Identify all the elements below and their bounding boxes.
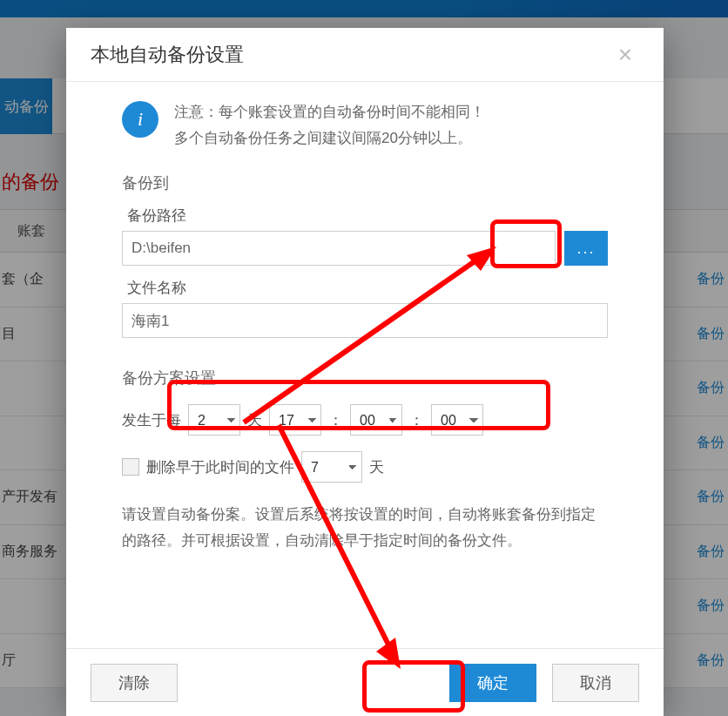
label-backup-path: 备份路径 [127,206,608,226]
schedule-second-select[interactable]: 00 [431,404,483,436]
delete-days-select[interactable]: 7 [301,451,362,483]
schedule-sep1: ： [328,410,343,430]
schedule-days-select[interactable]: 2 [188,404,240,436]
modal-body: i 注意：每个账套设置的自动备份时间不能相同！ 多个自动备份任务之间建议间隔20… [66,82,664,563]
ok-button[interactable]: 确定 [449,664,536,702]
notice-line1: 注意：每个账套设置的自动备份时间不能相同！ [174,99,485,125]
browse-path-button[interactable]: ... [564,231,608,266]
modal-title: 本地自动备份设置 [91,42,244,68]
schedule-days-unit: 天 [247,410,262,430]
label-filename: 文件名称 [127,278,608,298]
notice-text: 注意：每个账套设置的自动备份时间不能相同！ 多个自动备份任务之间建议间隔20分钟… [174,99,485,152]
delete-old-checkbox[interactable] [122,458,139,476]
backup-path-input[interactable] [122,231,556,266]
modal-footer: 清除 确定 取消 [66,648,664,716]
delete-row: 删除早于此时间的文件 7 天 [122,451,608,483]
schedule-sep2: ： [409,410,424,430]
info-icon: i [122,101,158,138]
delete-old-label: 删除早于此时间的文件 [146,457,294,477]
section-backup-to: 备份到 [122,172,608,193]
schedule-prefix: 发生于每 [122,410,181,430]
clear-button[interactable]: 清除 [91,664,178,702]
delete-days-unit: 天 [369,457,384,477]
notice-line2: 多个自动备份任务之间建议间隔20分钟以上。 [174,125,485,152]
cancel-button[interactable]: 取消 [552,664,639,702]
backup-settings-modal: 本地自动备份设置 × i 注意：每个账套设置的自动备份时间不能相同！ 多个自动备… [66,28,664,716]
schedule-hour-select[interactable]: 17 [269,404,321,436]
filename-input[interactable] [122,303,608,338]
section-schedule: 备份方案设置 [122,368,608,388]
help-text: 请设置自动备份案。设置后系统将按设置的时间，自动将账套备份到指定的路径。并可根据… [122,502,608,554]
schedule-minute-select[interactable]: 00 [350,404,402,436]
schedule-row: 发生于每 2 天 17 ： 00 ： 00 [122,404,608,436]
notice-block: i 注意：每个账套设置的自动备份时间不能相同！ 多个自动备份任务之间建议间隔20… [122,99,608,152]
close-icon[interactable]: × [611,41,639,69]
modal-header: 本地自动备份设置 × [66,28,664,82]
